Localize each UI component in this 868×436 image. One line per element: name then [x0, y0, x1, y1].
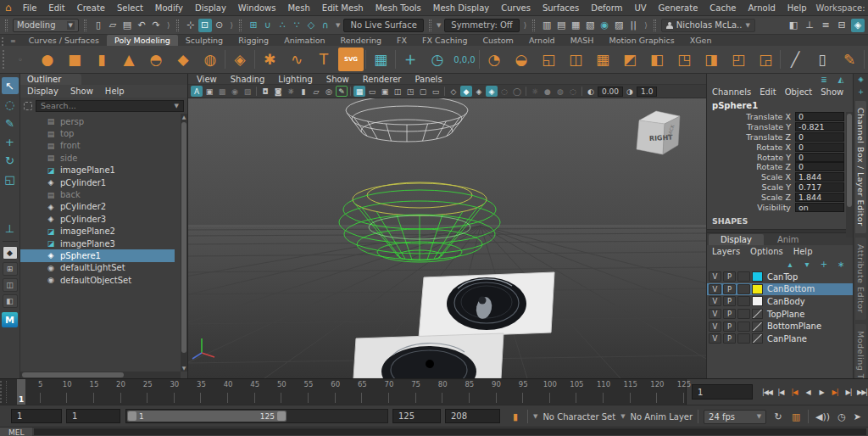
channel-value-field[interactable]: 0: [795, 153, 844, 162]
outliner-menu[interactable]: Display: [27, 87, 58, 96]
camera-attributes-icon[interactable]: ☼: [285, 86, 297, 97]
fps-select[interactable]: 24 fps▼: [704, 410, 766, 424]
poly-helix-icon[interactable]: ∿: [284, 48, 309, 71]
bridge-icon[interactable]: ◲: [753, 48, 778, 71]
save-scene-icon[interactable]: ▤: [120, 19, 134, 32]
poly-sphere-icon[interactable]: ●: [35, 48, 60, 71]
character-controls-icon[interactable]: ⊥: [803, 19, 816, 32]
channel-name[interactable]: Rotate X: [756, 143, 791, 152]
chevron-down-icon[interactable]: ▼: [437, 22, 441, 29]
new-layer-from-selected-icon[interactable]: ∗: [836, 259, 846, 269]
layer-playback-toggle[interactable]: P: [723, 333, 736, 344]
shelf-menu-icon[interactable]: ≡: [10, 37, 16, 45]
outliner-item[interactable]: ◪ imagePlane1: [20, 165, 175, 176]
layer-visibility-toggle[interactable]: V: [709, 271, 721, 282]
channel-value-field[interactable]: -0.821: [795, 122, 844, 131]
layer-editor-menu[interactable]: Help: [793, 247, 813, 256]
go-to-start-button[interactable]: |◀◀: [761, 385, 773, 399]
textured-icon[interactable]: ◈: [473, 86, 485, 97]
menubar-menu[interactable]: Curves: [498, 3, 533, 14]
attribute-editor-toggle-icon[interactable]: ⊟: [835, 19, 849, 32]
viewport-menu[interactable]: Show: [326, 75, 349, 84]
channel-speed-icon[interactable]: ◭: [836, 75, 846, 84]
multi-component-icon[interactable]: ▩: [216, 86, 228, 97]
shelf-tool-icon[interactable]: [254, 50, 255, 69]
layer-color-swatch[interactable]: [752, 309, 763, 319]
gamma-field[interactable]: 1.0: [637, 87, 657, 97]
poly-cylinder-icon[interactable]: ▮: [89, 48, 114, 71]
shelf-tab[interactable]: Sculpting: [178, 35, 231, 46]
shapes-section-label[interactable]: SHAPES: [707, 212, 853, 227]
menubar-menu[interactable]: Display: [192, 3, 229, 14]
type-tool-icon[interactable]: T: [311, 48, 337, 71]
outliner-item[interactable]: ◈ pSphere1: [20, 249, 175, 261]
current-frame-field[interactable]: 1: [692, 384, 753, 400]
outliner-menu[interactable]: Show: [70, 87, 93, 96]
range-end-handle[interactable]: [277, 411, 286, 421]
new-scene-icon[interactable]: ▯: [92, 19, 105, 32]
layer-mode-cell[interactable]: [737, 333, 750, 344]
film-gate-icon[interactable]: ▭: [366, 86, 378, 97]
layer-mode-cell[interactable]: [737, 271, 750, 282]
outliner-item[interactable]: ◉ defaultLightSet: [20, 262, 175, 274]
outliner-vertical-scrollbar[interactable]: ▲ ▼: [181, 114, 187, 372]
playback-range[interactable]: 1 125: [127, 411, 287, 422]
outliner-title[interactable]: Outliner: [20, 74, 81, 85]
new-empty-layer-icon[interactable]: +: [819, 259, 829, 269]
shelf-tab[interactable]: Animation: [276, 35, 332, 46]
menubar-menu[interactable]: Select: [114, 3, 146, 14]
ipr-render-icon[interactable]: ▦: [569, 19, 582, 32]
step-forward-key-button[interactable]: ▶|: [829, 385, 841, 399]
layer-name[interactable]: BottomPlane: [765, 321, 821, 331]
layer-name[interactable]: CanTop: [765, 272, 798, 282]
light-editor-icon[interactable]: ▨: [612, 19, 626, 32]
frame-selection-icon[interactable]: ▣: [203, 86, 215, 97]
outliner-item[interactable]: ◈ pCylinder2: [20, 201, 175, 213]
channel-name[interactable]: Rotate Z: [756, 162, 791, 171]
compare-layers-icon[interactable]: ▨: [242, 86, 253, 97]
open-scene-icon[interactable]: ▱: [106, 19, 120, 32]
channel-value-field[interactable]: 0: [795, 162, 844, 171]
layer-name[interactable]: TopPlane: [765, 310, 804, 319]
shelf-tool-icon[interactable]: [365, 50, 366, 69]
shelf-tool-icon[interactable]: [395, 50, 396, 69]
layer-editor-menu[interactable]: Options: [750, 247, 783, 256]
svg-tool-icon[interactable]: SVG: [338, 48, 364, 71]
menubar-menu[interactable]: Mesh Display: [431, 3, 492, 14]
group-grip[interactable]: [5, 20, 8, 31]
loop-mode-icon[interactable]: ↻: [771, 410, 785, 423]
shelf-tab[interactable]: Motion Graphics: [602, 35, 682, 46]
wireframe-icon[interactable]: ◇: [448, 86, 459, 97]
shelf-tool-icon[interactable]: [225, 50, 225, 69]
playblast-icon[interactable]: ▥: [789, 410, 803, 423]
go-to-end-button[interactable]: ▶▶|: [856, 385, 868, 399]
step-back-key-button[interactable]: |◀: [788, 385, 800, 399]
multi-cut-icon[interactable]: ◩: [617, 48, 643, 71]
layer-name[interactable]: CanBottom: [765, 284, 815, 293]
viewport-toolbar-icon[interactable]: [350, 87, 351, 96]
viewport-menu[interactable]: Shading: [231, 75, 265, 84]
redo-icon[interactable]: ↷: [149, 19, 163, 32]
camera-icon[interactable]: ◘: [259, 86, 271, 97]
poly-cone-icon[interactable]: ▲: [116, 48, 142, 71]
selected-object-name[interactable]: pSphere1: [707, 98, 853, 112]
symmetry-field[interactable]: Symmetry: Off: [444, 19, 519, 32]
menubar-menu[interactable]: Deform: [588, 3, 625, 14]
layer-playback-toggle[interactable]: P: [723, 296, 736, 306]
menubar-menu[interactable]: Windows: [236, 3, 279, 14]
group-grip[interactable]: [532, 20, 535, 31]
last-tool-slot[interactable]: ⊥: [2, 220, 19, 237]
snap-view-plane-icon[interactable]: ◇: [304, 19, 318, 32]
group-grip[interactable]: [429, 20, 431, 31]
pause-viewport-icon[interactable]: ||: [626, 19, 640, 32]
channel-name[interactable]: Visibility: [757, 203, 791, 212]
channel-value-field[interactable]: 0: [795, 112, 844, 121]
channelbox-menu[interactable]: Edit: [760, 87, 776, 97]
mute-audio-icon[interactable]: ◀)): [814, 410, 832, 423]
menubar-menu[interactable]: Edit: [46, 3, 67, 14]
layer-editor-tab[interactable]: Anim: [765, 234, 811, 245]
viewport-canvas[interactable]: RIGHT BACK: [188, 98, 706, 378]
channel-value-field[interactable]: on: [795, 203, 844, 212]
symmetry-display-icon[interactable]: ◉: [229, 86, 241, 97]
poly-count-icon[interactable]: ▦: [368, 48, 393, 71]
